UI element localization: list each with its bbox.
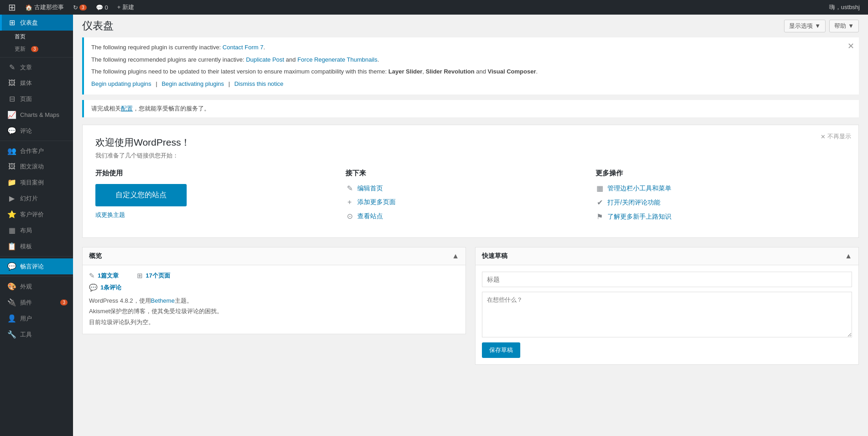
comments-count-label: 1条评论 <box>100 284 121 291</box>
menu-sep-4 <box>0 276 73 277</box>
quick-draft-toggle-button[interactable]: ▲ <box>845 252 852 260</box>
force-regenerate-link[interactable]: Force Regenerate Thumbnails <box>298 56 377 63</box>
pages-stat: ⊞ 17个页面 <box>137 272 170 280</box>
akismet-text: Akismet保护您的博客，使其免受垃圾评论的困扰。 <box>89 308 223 315</box>
sidebar-changyan-label: 畅言评论 <box>20 263 44 271</box>
comments-btn[interactable]: 💬 0 <box>91 0 113 15</box>
overview-widget-title: 概览 <box>89 252 102 260</box>
begin-updating-link[interactable]: Begin updating plugins <box>91 80 152 87</box>
change-theme-link[interactable]: 或更换主题 <box>95 211 125 218</box>
sidebar-item-tools[interactable]: 🔧 工具 <box>0 326 73 342</box>
save-draft-button[interactable]: 保存草稿 <box>482 342 520 358</box>
welcome-title: 欢迎使用WordPress！ <box>95 136 846 149</box>
welcome-dismiss-icon: ✕ <box>821 133 826 140</box>
media-icon: 🖼 <box>7 79 16 87</box>
sidebar-item-slider[interactable]: 🖼 图文滚动 <box>0 159 73 174</box>
quick-draft-toggle-icon: ▲ <box>845 252 852 260</box>
sidebar-item-pages[interactable]: ⊟ 页面 <box>0 91 73 107</box>
sidebar-item-updates[interactable]: 更新 3 <box>0 43 73 55</box>
draft-title-input[interactable] <box>482 272 852 287</box>
plugins-badge: 3 <box>60 299 68 305</box>
sidebar-item-comments[interactable]: 💬 评论 <box>0 123 73 139</box>
spam-queue-info: 目前垃圾评论队列为空。 <box>89 317 459 327</box>
version-suffix: 主题。 <box>175 297 193 304</box>
config-post: ，您就能享受畅言的服务了。 <box>133 105 210 112</box>
welcome-columns: 开始使用 自定义您的站点 或更换主题 接下来 ✎ 编辑首页 <box>95 169 846 226</box>
sidebar-item-templates[interactable]: 📋 模板 <box>0 238 73 254</box>
learn-more-link[interactable]: 了解更多新手上路知识 <box>607 213 671 221</box>
notice-line3-pre: The following plugins need to be updated… <box>91 68 388 75</box>
screen-options-label: 显示选项 <box>789 22 813 30</box>
dismiss-notice-link[interactable]: Dismiss this notice <box>234 80 283 87</box>
notice-sep2: | <box>228 80 230 87</box>
new-content-btn[interactable]: + 新建 <box>113 0 139 15</box>
notice-line2-pre: The following recommended plugins are cu… <box>91 56 246 63</box>
sidebar-item-users[interactable]: 👤 用户 <box>0 310 73 326</box>
dash-col-left: 概览 ▲ ✎ 1篇文章 <box>82 247 466 374</box>
config-notice: 请完成相关配置，您就能享受畅言的服务了。 <box>82 100 859 117</box>
widgets-menus-label: 管理边栏小工具和菜单 <box>607 184 671 192</box>
learn-more-icon: ⚑ <box>596 212 604 221</box>
theme-link[interactable]: Betheme <box>151 297 175 304</box>
sidebar-updates-label: 更新 <box>15 45 26 53</box>
user-greeting-btn[interactable]: 嗨，ustbshj <box>825 0 864 15</box>
sidebar-item-plugins[interactable]: 🔌 插件 3 <box>0 294 73 310</box>
help-button[interactable]: 帮助 ▼ <box>829 20 859 32</box>
duplicate-post-link[interactable]: Duplicate Post <box>246 56 284 63</box>
posts-count-link[interactable]: 1篇文章 <box>98 272 119 280</box>
updates-btn[interactable]: ↻ 3 <box>68 0 91 15</box>
pages-count-link[interactable]: 17个页面 <box>146 272 170 280</box>
screen-options-button[interactable]: 显示选项 ▼ <box>784 20 826 32</box>
edit-home-link[interactable]: 编辑首页 <box>357 184 383 193</box>
list-item: + 添加更多页面 <box>345 198 586 206</box>
toggle-comments-icon: ✔ <box>596 198 604 207</box>
site-name-btn[interactable]: 🏠 古建那些事 <box>21 0 68 15</box>
portfolio-icon: 📁 <box>7 178 16 187</box>
testimonials-icon: ⭐ <box>7 210 16 219</box>
sidebar-item-charts[interactable]: 📈 Charts & Maps <box>0 107 73 123</box>
sidebar-item-slideshow[interactable]: ▶ 幻灯片 <box>0 190 73 206</box>
layout-icon: ▦ <box>7 226 16 235</box>
config-link[interactable]: 配置 <box>121 105 133 112</box>
overview-toggle-button[interactable]: ▲ <box>452 252 459 260</box>
wp-wrap: ⊞ 仪表盘 首页 更新 3 ✎ 文章 🖼 媒体 ⊟ 页面 📈 Charts & … <box>0 15 868 436</box>
notice-dismiss-button[interactable]: ✕ <box>847 41 854 51</box>
sidebar-item-layout[interactable]: ▦ 布局 <box>0 222 73 238</box>
sidebar-item-changyan[interactable]: 💬 畅言评论 <box>0 258 73 274</box>
sidebar-cooperation-label: 合作客户 <box>20 147 44 155</box>
toggle-comments-link[interactable]: 打开/关闭评论功能 <box>607 199 660 207</box>
pages-icon: ⊟ <box>7 95 16 103</box>
view-site-label: 查看站点 <box>357 212 383 220</box>
edit-home-label: 编辑首页 <box>357 184 383 192</box>
user-greeting-label: 嗨，ustbshj <box>829 3 860 11</box>
sidebar-item-appearance[interactable]: 🎨 外观 <box>0 278 73 294</box>
comments-stat-row: 💬 1条评论 <box>89 284 459 292</box>
sidebar-item-media[interactable]: 🖼 媒体 <box>0 75 73 91</box>
wp-logo-btn[interactable]: ⊞ <box>4 0 21 15</box>
sidebar-item-home[interactable]: 首页 <box>0 31 73 43</box>
contact-form-link[interactable]: Contact Form 7 <box>223 44 264 51</box>
welcome-panel: ✕ 不再显示 欢迎使用WordPress！ 我们准备了几个链接供您开始： 开始使… <box>82 125 859 238</box>
sidebar-item-cooperation[interactable]: 👥 合作客户 <box>0 143 73 159</box>
updates-icon: ↻ <box>73 4 78 11</box>
begin-activating-link[interactable]: Begin activating plugins <box>162 80 224 87</box>
sidebar-tools-label: 工具 <box>20 331 32 339</box>
overview-widget-header: 概览 ▲ <box>83 247 465 265</box>
widgets-menus-link[interactable]: 管理边栏小工具和菜单 <box>607 184 671 193</box>
customize-site-button[interactable]: 自定义您的站点 <box>95 184 187 206</box>
list-item: ▦ 管理边栏小工具和菜单 <box>596 184 837 193</box>
comments-count-link[interactable]: 1条评论 <box>100 284 121 292</box>
sidebar-posts-label: 文章 <box>20 63 32 72</box>
view-site-link[interactable]: 查看站点 <box>357 212 383 221</box>
sidebar-item-portfolio[interactable]: 📁 项目案例 <box>0 174 73 190</box>
draft-content-input[interactable] <box>482 292 852 337</box>
sidebar-item-testimonials[interactable]: ⭐ 客户评价 <box>0 206 73 222</box>
users-icon: 👤 <box>7 314 16 323</box>
welcome-dismiss-button[interactable]: ✕ 不再显示 <box>821 132 851 141</box>
sidebar-item-dashboard[interactable]: ⊞ 仪表盘 <box>0 15 73 31</box>
sidebar-templates-label: 模板 <box>20 242 32 251</box>
add-pages-link[interactable]: 添加更多页面 <box>357 198 396 206</box>
admin-bar: ⊞ 🏠 古建那些事 ↻ 3 💬 0 + 新建 嗨，ustbshj <box>0 0 868 15</box>
sidebar-item-posts[interactable]: ✎ 文章 <box>0 59 73 75</box>
new-content-label: + 新建 <box>117 3 134 11</box>
